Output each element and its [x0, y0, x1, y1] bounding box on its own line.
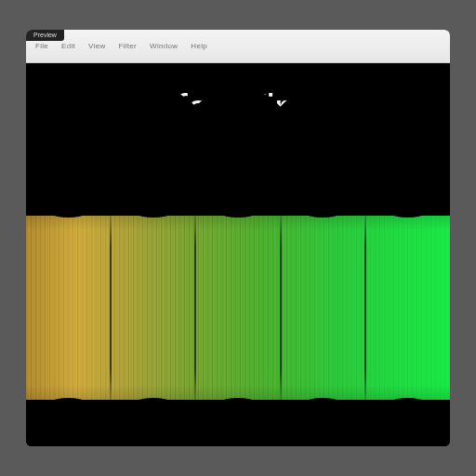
spectrum-panel — [26, 169, 450, 446]
menu-file[interactable]: File — [35, 42, 48, 50]
menu-filter[interactable]: Filter — [119, 42, 138, 50]
window-tab-label: Preview — [33, 32, 57, 38]
menu-help[interactable]: Help — [191, 42, 207, 50]
spectrum-visual — [26, 169, 450, 446]
spectrum-seams — [26, 206, 450, 409]
seam — [195, 206, 280, 409]
app-window: Preview File Edit View Filter Window Hel… — [26, 30, 450, 446]
seam — [281, 206, 365, 409]
seam — [365, 206, 450, 409]
seam — [26, 206, 111, 409]
arch-top — [26, 169, 111, 234]
arch-top — [281, 169, 365, 234]
menu-edit[interactable]: Edit — [61, 42, 75, 50]
window-tab[interactable]: Preview — [26, 30, 64, 41]
arch-row-top — [26, 169, 450, 234]
arch-bottom — [365, 381, 450, 446]
toolbar: Preview File Edit View Filter Window Hel… — [26, 30, 450, 63]
seam — [111, 206, 195, 409]
menu-window[interactable]: Window — [150, 42, 178, 50]
arch-row-bottom — [26, 381, 450, 446]
menu-view[interactable]: View — [88, 42, 105, 50]
arch-top — [365, 169, 450, 234]
